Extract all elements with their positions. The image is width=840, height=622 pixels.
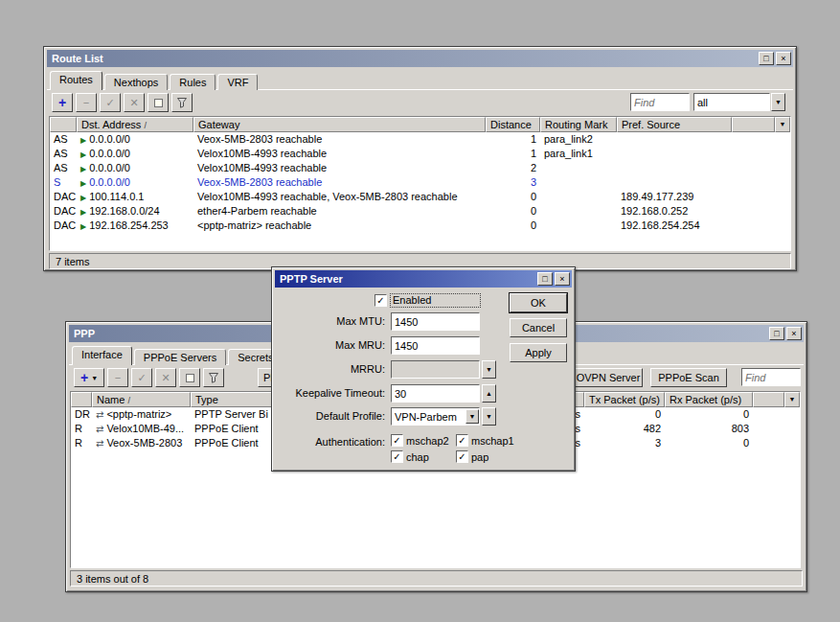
column-pref-source[interactable]: Pref. Source <box>617 117 732 132</box>
route-state-icon: ▶ <box>80 194 86 202</box>
enabled-label[interactable]: Enabled <box>390 293 481 308</box>
max-mru-field[interactable] <box>391 336 480 355</box>
checkbox-chap[interactable]: ✓ <box>391 450 403 463</box>
interface-name: ⇄Velox10MB-49... <box>92 422 191 436</box>
column-gateway[interactable]: Gateway <box>193 117 486 132</box>
column-flags[interactable] <box>71 392 92 407</box>
pptp-dialog-titlebar[interactable]: PPTP Server □ × <box>275 270 572 288</box>
route-distance: 0 <box>486 190 540 204</box>
route-gateway: Veox-5MB-2803 reachable <box>193 132 486 147</box>
close-icon[interactable]: × <box>786 327 802 340</box>
checkmark-icon: ✓ <box>393 436 400 446</box>
maximize-icon[interactable]: □ <box>769 327 784 340</box>
checkbox-mschap2[interactable]: ✓ <box>391 434 403 447</box>
mschap1-label[interactable]: mschap1 <box>471 435 514 447</box>
route-pref-source: 189.49.177.239 <box>617 190 732 204</box>
column-filler <box>732 117 775 132</box>
checkbox-pap[interactable]: ✓ <box>456 450 468 463</box>
tab-interface[interactable]: Interface <box>72 346 132 365</box>
apply-button[interactable]: Apply <box>510 343 567 362</box>
enable-button[interactable]: ✓ <box>100 93 121 112</box>
route-flags: DAC <box>50 190 77 204</box>
route-filter-dropdown-button[interactable]: ▼ <box>771 93 785 111</box>
table-row[interactable]: S ▶0.0.0.0/0 Veox-5MB-2803 reachable 3 <box>50 175 790 190</box>
disable-button[interactable]: ✕ <box>124 93 145 112</box>
max-mtu-field[interactable] <box>391 312 480 331</box>
column-picker-button[interactable]: ▼ <box>775 117 790 132</box>
tab-rules[interactable]: Rules <box>170 74 216 90</box>
interface-name: ⇄<pptp-matriz> <box>92 407 191 422</box>
table-row[interactable]: AS ▶0.0.0.0/0 Veox-5MB-2803 reachable 1 … <box>50 132 790 147</box>
add-split-button[interactable]: +▼ <box>74 368 104 387</box>
column-dst-address[interactable]: Dst. Address / <box>77 117 193 132</box>
cancel-button[interactable]: Cancel <box>510 318 567 337</box>
chevron-down-icon: ▼ <box>486 413 492 420</box>
route-distance: 2 <box>486 161 540 175</box>
route-flags: S <box>50 175 77 190</box>
keepalive-collapse-button[interactable]: ▲ <box>482 384 496 403</box>
table-row[interactable]: AS ▶0.0.0.0/0 Velox10MB-4993 reachable 1… <box>50 147 790 161</box>
interface-tx: 0 <box>584 407 665 422</box>
close-icon[interactable]: × <box>776 52 791 65</box>
checkmark-icon: ✓ <box>458 436 465 446</box>
ppp-interface-icon: ⇄ <box>96 424 103 434</box>
pap-label[interactable]: pap <box>471 451 488 463</box>
filter-button[interactable] <box>171 93 193 112</box>
checkbox-mschap1[interactable]: ✓ <box>456 434 468 447</box>
disable-button[interactable]: ✕ <box>155 368 176 387</box>
remove-button[interactable]: − <box>107 368 128 387</box>
comment-icon <box>154 99 163 107</box>
route-filter-select[interactable]: all <box>693 93 770 111</box>
chevron-up-icon: ▲ <box>486 390 492 397</box>
keepalive-field[interactable] <box>391 384 480 403</box>
chap-label[interactable]: chap <box>406 451 429 463</box>
enable-button[interactable]: ✓ <box>131 368 152 387</box>
enable-icon: ✓ <box>137 372 146 384</box>
find-input[interactable] <box>741 368 801 386</box>
tab-vrf[interactable]: VRF <box>217 74 258 90</box>
comment-button[interactable] <box>179 368 200 387</box>
ok-button[interactable]: OK <box>510 293 567 312</box>
tab-routes[interactable]: Routes <box>50 71 102 90</box>
pppoe-scan-button[interactable]: PPPoE Scan <box>650 368 727 387</box>
column-routing-mark[interactable]: Routing Mark <box>540 117 617 132</box>
column-rx-packet[interactable]: Rx Packet (p/s) <box>665 392 753 407</box>
column-name[interactable]: Name / <box>92 392 191 407</box>
close-icon[interactable]: × <box>555 272 570 286</box>
mschap2-label[interactable]: mschap2 <box>406 435 449 447</box>
tab-nexthops[interactable]: Nexthops <box>104 74 168 90</box>
default-profile-dropdown-button[interactable]: ▼ <box>482 407 496 426</box>
add-button[interactable]: + <box>52 93 73 112</box>
comment-icon <box>186 374 194 382</box>
disable-icon: ✕ <box>129 97 138 109</box>
route-list-titlebar[interactable]: Route List □ × <box>47 50 793 67</box>
tab-pppoe-servers[interactable]: PPPoE Servers <box>134 349 226 365</box>
route-list-window: Route List □ × Routes Nexthops Rules VRF… <box>43 46 797 271</box>
ovpn-server-button[interactable]: OVPN Server <box>574 368 643 387</box>
table-row[interactable]: DAC ▶192.168.0.0/24 ether4-Parbem reacha… <box>50 204 790 219</box>
find-input[interactable] <box>630 93 690 111</box>
mrru-expand-button[interactable]: ▼ <box>482 360 496 379</box>
column-distance[interactable]: Distance <box>486 117 540 132</box>
route-state-icon: ▶ <box>80 165 86 173</box>
route-pref-source <box>617 161 732 175</box>
mrru-field[interactable] <box>391 360 480 379</box>
column-flags[interactable] <box>50 117 77 132</box>
checkbox-enabled[interactable]: ✓ <box>375 294 387 307</box>
route-mark: para_link1 <box>540 147 617 161</box>
maximize-icon[interactable]: □ <box>537 272 553 286</box>
table-row[interactable]: AS ▶0.0.0.0/0 Velox10MB-4993 reachable 2 <box>50 161 790 175</box>
column-tx-packet[interactable]: Tx Packet (p/s) <box>584 392 665 407</box>
route-flags: AS <box>50 161 77 175</box>
remove-button[interactable]: − <box>76 93 97 112</box>
route-filter-value: all <box>697 97 708 108</box>
authentication-label: Authentication: <box>272 436 385 448</box>
table-row[interactable]: DAC ▶100.114.0.1 Velox10MB-4993 reachabl… <box>50 190 790 204</box>
default-profile-select[interactable]: VPN-Parbem ▼ <box>391 407 480 426</box>
maximize-icon[interactable]: □ <box>759 52 774 65</box>
column-picker-button[interactable]: ▼ <box>784 392 800 407</box>
table-row[interactable]: DAC ▶192.168.254.253 <pptp-matriz> reach… <box>50 219 790 233</box>
comment-button[interactable] <box>148 93 169 112</box>
filter-button[interactable] <box>203 368 224 387</box>
checkmark-icon: ✓ <box>376 296 384 306</box>
